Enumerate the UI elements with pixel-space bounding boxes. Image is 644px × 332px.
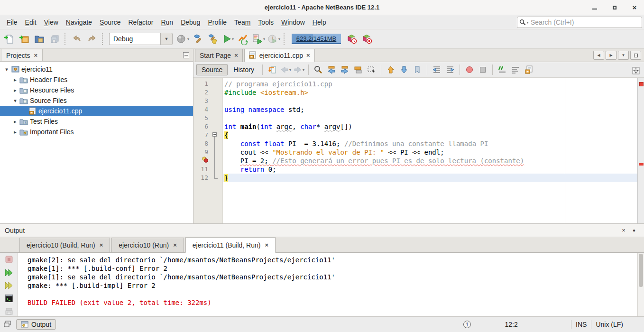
previous-bookmark-button[interactable] (385, 64, 397, 75)
rectangular-selection-button[interactable] (365, 64, 377, 75)
minimize-panel-button[interactable] (183, 52, 189, 58)
tree-item-important-files[interactable]: ▸Important Files (0, 127, 193, 137)
tree-item-resource-files[interactable]: ▸Resource Files (0, 85, 193, 95)
restore-window-group-button[interactable] (4, 321, 11, 329)
find-previous-button[interactable] (325, 64, 338, 75)
comment-button[interactable] (496, 64, 508, 75)
tree-item-header-files[interactable]: ▸Header Files (0, 74, 193, 85)
terminal-button[interactable] (3, 294, 15, 303)
expander-icon[interactable]: ▸ (11, 87, 19, 93)
build-project-button[interactable] (191, 31, 205, 46)
memory-usage-indicator[interactable]: 623.2/1451MB (292, 34, 341, 44)
menu-profile[interactable]: Profile (204, 17, 230, 28)
close-tab-icon[interactable]: × (265, 242, 268, 248)
shift-right-button[interactable] (444, 64, 456, 75)
expander-icon[interactable]: ▾ (3, 66, 10, 73)
tree-item-test-files[interactable]: ▸Test Files (0, 116, 193, 127)
profile-project-button[interactable]: ▾ (251, 31, 266, 46)
tree-item-ejercicio11-cpp[interactable]: ejercicio11.cpp (0, 106, 193, 116)
new-project-button[interactable] (17, 31, 31, 46)
menu-run[interactable]: Run (157, 17, 177, 28)
code-editor[interactable]: // programa ejercicio11.cpp#include <ios… (223, 78, 637, 223)
forward-button[interactable]: ▾ (293, 64, 305, 75)
profile-record-button[interactable] (360, 31, 374, 46)
redo-button[interactable] (85, 31, 99, 46)
menu-source[interactable]: Source (96, 17, 124, 28)
quick-search[interactable]: ▾ (517, 17, 642, 28)
menu-navigate[interactable]: Navigate (62, 17, 96, 28)
close-button[interactable]: × (631, 4, 638, 11)
start-macro-recording-button[interactable] (463, 64, 476, 75)
tree-item-ejercicio11[interactable]: ▾ejercicio11 (0, 64, 193, 74)
next-bookmark-button[interactable] (398, 64, 410, 75)
expander-icon[interactable]: ▸ (11, 77, 19, 83)
config-combobox[interactable]: Debug ▼ (109, 33, 173, 45)
line-number-gutter[interactable]: 1234567891112 (193, 78, 210, 223)
output-scrollbar[interactable] (637, 253, 644, 316)
menu-view[interactable]: View (40, 17, 62, 28)
menu-help[interactable]: Help (309, 17, 330, 28)
expander-icon[interactable]: ▸ (11, 129, 19, 135)
close-output-button[interactable]: × (618, 227, 629, 234)
close-tab-icon[interactable]: × (306, 53, 310, 58)
search-icon[interactable]: ▾ (517, 19, 531, 26)
last-edit-position-button[interactable] (266, 64, 278, 75)
rerun-stopwatch-button[interactable]: ▾ (267, 31, 281, 46)
shift-left-button[interactable] (431, 64, 443, 75)
scroll-tabs-right-button[interactable]: ▶ (606, 51, 616, 60)
back-button[interactable]: ▾ (279, 64, 292, 75)
clean-build-button[interactable] (206, 31, 220, 46)
error-stripe-line-mark[interactable] (639, 163, 644, 166)
search-input[interactable] (531, 18, 642, 27)
find-next-button[interactable] (339, 64, 351, 75)
history-view-button[interactable]: History (229, 66, 259, 74)
split-document-button[interactable] (630, 65, 642, 76)
rerun-with-options-button[interactable] (3, 281, 15, 290)
open-project-button[interactable] (32, 31, 46, 46)
set-configuration-button[interactable]: ▾ (175, 31, 190, 46)
new-file-button[interactable] (2, 31, 16, 46)
notifications-icon[interactable]: 1 (463, 321, 471, 328)
maximize-button[interactable] (611, 4, 618, 11)
tree-item-source-files[interactable]: ▾Source Files (0, 95, 193, 106)
projects-tab[interactable]: Projects × (1, 49, 43, 61)
clear-output-button[interactable] (3, 307, 15, 316)
menu-window[interactable]: Window (277, 17, 309, 28)
debug-project-button[interactable] (236, 31, 250, 46)
output-scrollbar-thumb[interactable] (639, 254, 643, 287)
expander-icon[interactable]: ▾ (11, 98, 19, 104)
rerun-build-button[interactable] (3, 267, 15, 277)
undo-button[interactable] (70, 31, 84, 46)
save-all-button[interactable] (47, 31, 62, 46)
output-tab-ejercicio10-run[interactable]: ejercicio10 (Run)× (111, 238, 184, 252)
stop-macro-recording-button[interactable] (477, 64, 489, 75)
config-dropdown-icon[interactable]: ▼ (160, 33, 173, 45)
menu-debug[interactable]: Debug (177, 17, 204, 28)
scroll-tabs-left-button[interactable]: ◀ (593, 51, 604, 60)
profile-clock-button[interactable] (345, 31, 359, 46)
find-selection-button[interactable] (312, 64, 324, 75)
menu-refactor[interactable]: Refactor (124, 17, 157, 28)
close-tab-icon[interactable]: × (173, 242, 177, 248)
goto-header-source-button[interactable] (523, 64, 535, 75)
output-tab-ejercicio10-build-run[interactable]: ejercicio10 (Build, Run)× (19, 238, 110, 252)
close-tab-icon[interactable]: × (100, 242, 103, 248)
output-minimized-button[interactable]: Output (16, 319, 56, 330)
menu-team[interactable]: Team (230, 17, 254, 28)
maximize-editor-button[interactable] (630, 51, 641, 60)
run-project-button[interactable]: ▾ (221, 31, 235, 46)
close-tab-icon[interactable]: × (34, 53, 38, 58)
close-tab-icon[interactable]: × (234, 53, 238, 58)
toggle-bookmark-button[interactable] (411, 64, 423, 75)
uncomment-button[interactable] (509, 64, 522, 75)
output-window-menu-icon[interactable]: ● (629, 228, 639, 233)
menu-edit[interactable]: Edit (21, 17, 40, 28)
opened-documents-button[interactable]: ▼ (618, 51, 629, 60)
fold-collapse-icon[interactable] (212, 132, 217, 137)
expander-icon[interactable]: ▸ (11, 119, 19, 125)
error-stripe[interactable] (637, 78, 644, 223)
code-fold-margin[interactable] (210, 78, 223, 223)
output-tab-ejercicio11-build-run[interactable]: ejercicio11 (Build, Run)× (185, 237, 276, 253)
stop-build-button[interactable] (3, 255, 15, 264)
output-console[interactable]: gmake[2]: se sale del directorio `/home/… (18, 253, 637, 316)
